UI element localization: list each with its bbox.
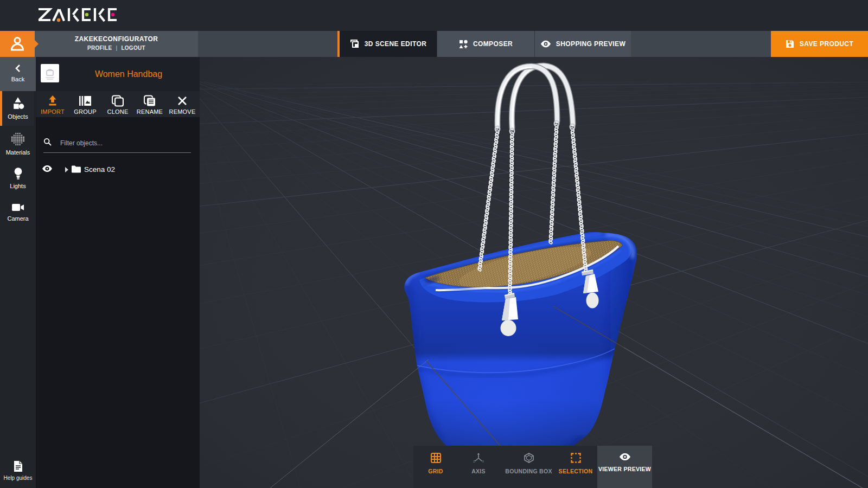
svg-text:X: X [482,460,484,463]
svg-text:Z: Z [474,460,475,463]
